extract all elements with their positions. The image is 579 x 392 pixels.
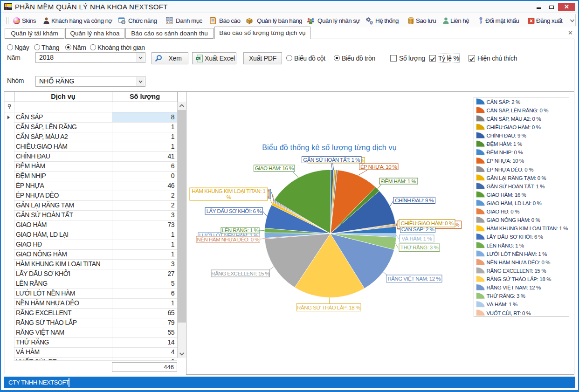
svg-text:ĐỆM NHỊP: 0 %: ĐỆM NHỊP: 0 % — [487, 150, 523, 155]
svg-text:HÀM KHUNG KIM LOẠI TITAN: 1: HÀM KHUNG KIM LOẠI TITAN: 1 — [192, 188, 266, 194]
svg-text:GẮN LẠI RĂNG TẠM: 0 %: GẮN LẠI RĂNG TẠM: 0 % — [487, 175, 546, 181]
svg-text:VUỐT CÙI, RT: 0 %: VUỐT CÙI, RT: 0 % — [487, 310, 531, 316]
svg-text:RĂNG SỨ THÁO LẮP: 18 %: RĂNG SỨ THÁO LẮP: 18 % — [297, 305, 360, 310]
svg-text:GIAO HÀM: 16 %: GIAO HÀM: 16 % — [255, 165, 294, 171]
svg-text:%: % — [227, 194, 231, 200]
svg-text:NỀN HÀM NHỰA DẺO: 0 %: NỀN HÀM NHỰA DẺO: 0 % — [487, 260, 551, 265]
svg-text:CHỈNH ĐAU: 9 %: CHỈNH ĐAU: 9 % — [395, 198, 434, 203]
svg-text:ĐỆM HÀM: 1 %: ĐỆM HÀM: 1 % — [487, 141, 522, 147]
svg-text:LẤY DẤU SƠ KHỞI: 6 %: LẤY DẤU SƠ KHỞI: 6 % — [207, 208, 262, 214]
svg-text:VÁ HÀM: 1 %: VÁ HÀM: 1 % — [487, 302, 518, 307]
svg-text:CHỈNH ĐAU: 9 %: CHỈNH ĐAU: 9 % — [487, 133, 526, 138]
svg-text:RĂNG EXCELLENT: 15 %: RĂNG EXCELLENT: 15 % — [211, 271, 269, 276]
svg-text:RĂNG SỨ THÁO LẮP: 18 %: RĂNG SỨ THÁO LẮP: 18 % — [487, 276, 551, 282]
svg-text:LÊN RĂNG: 1 %: LÊN RĂNG: 1 % — [222, 227, 259, 233]
svg-text:GẮN SỨ HOÀN TẤT: 1 %: GẮN SỨ HOÀN TẤT: 1 % — [487, 184, 545, 189]
svg-text:ÉP NHỰA DẺO: 0 %: ÉP NHỰA DẺO: 0 % — [487, 167, 534, 172]
svg-text:LÊN RĂNG: 1 %: LÊN RĂNG: 1 % — [487, 243, 524, 248]
svg-text:CHIỀU:GIAO HÀM: 0 %: CHIỀU:GIAO HÀM: 0 % — [400, 220, 453, 226]
svg-text:ĐỆM HÀM: 1 %: ĐỆM HÀM: 1 % — [381, 179, 416, 184]
svg-text:LƯỚI LÓT NỀN HÀM: 1 %: LƯỚI LÓT NỀN HÀM: 1 % — [487, 251, 547, 257]
svg-text:CHIỀU:GIAO HÀM: 0 %: CHIỀU:GIAO HÀM: 0 % — [487, 124, 541, 130]
svg-text:GIAO HĐ: 0 %: GIAO HĐ: 0 % — [487, 209, 520, 214]
svg-text:CẨN SÁP, LÊN RĂNG: 0 %: CẨN SÁP, LÊN RĂNG: 0 % — [487, 108, 549, 113]
svg-text:HÀM KHUNG KIM LOẠI TITAN: 1 %: HÀM KHUNG KIM LOẠI TITAN: 1 % — [487, 226, 568, 231]
svg-text:RĂNG EXCELLENT: 15 %: RĂNG EXCELLENT: 15 % — [487, 268, 546, 274]
svg-text:CẨN SÁP: 2 %: CẨN SÁP: 2 % — [401, 227, 434, 232]
svg-text:THỬ RĂNG: 3 %: THỬ RĂNG: 3 % — [400, 245, 439, 250]
svg-text:RĂNG VIỆT NAM: 12 %: RĂNG VIỆT NAM: 12 % — [487, 285, 541, 290]
svg-text:GẮN SỨ HOÀN TẤT: 1 %: GẮN SỨ HOÀN TẤT: 1 % — [303, 157, 360, 163]
svg-text:LẤY DẤU SƠ KHỞI: 6 %: LẤY DẤU SƠ KHỞI: 6 % — [487, 234, 543, 240]
svg-text:RĂNG VIỆT NAM: 12 %: RĂNG VIỆT NAM: 12 % — [387, 276, 441, 282]
svg-text:Biểu đồ thống kê số lượng từng: Biểu đồ thống kê số lượng từng dịch vụ — [262, 144, 397, 151]
svg-text:ÉP NHỰA: 10 %: ÉP NHỰA: 10 % — [487, 158, 524, 164]
svg-text:THỬ RĂNG: 3 %: THỬ RĂNG: 3 % — [487, 293, 525, 299]
svg-text:ÉP NHỰA: 10 %: ÉP NHỰA: 10 % — [360, 164, 397, 170]
svg-text:GIAO HÀM: 16 %: GIAO HÀM: 16 % — [487, 192, 526, 198]
svg-text:CẨN SÁP: 2 %: CẨN SÁP: 2 % — [487, 99, 521, 105]
svg-text:VÁ HÀM: 1 %: VÁ HÀM: 1 % — [401, 236, 432, 241]
svg-text:NỀN HÀM NHỰA DẺO: 0 %: NỀN HÀM NHỰA DẺO: 0 % — [197, 237, 259, 242]
svg-text:CẨN SÁP, MÀU A2: 0 %: CẨN SÁP, MÀU A2: 0 % — [487, 116, 541, 122]
svg-text:GIAO HÀM, LD LẠI: 0 %: GIAO HÀM, LD LẠI: 0 % — [487, 200, 542, 206]
svg-text:GIAO NÔNG HÀM: 0 %: GIAO NÔNG HÀM: 0 % — [487, 217, 540, 223]
